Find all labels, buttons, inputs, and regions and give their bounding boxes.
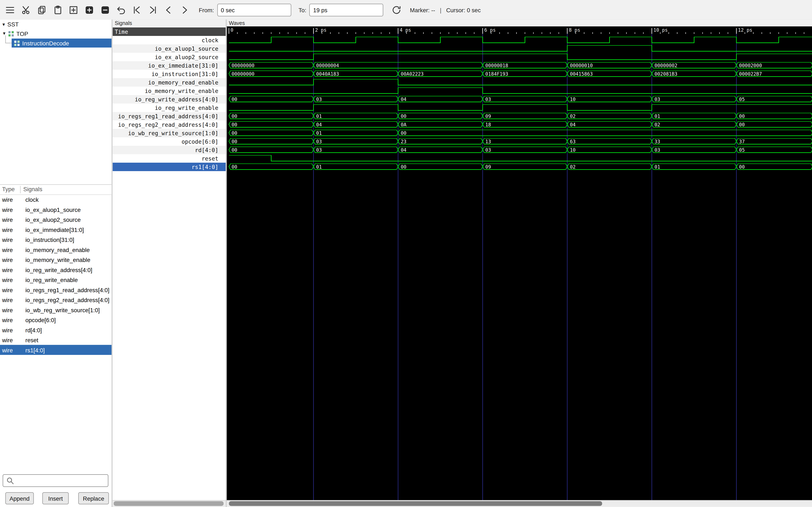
- signal-row[interactable]: rd[4:0]: [113, 146, 226, 154]
- svg-text:09: 09: [485, 113, 491, 119]
- table-row[interactable]: wireclock: [0, 194, 112, 205]
- table-row[interactable]: wireio_regs_reg2_read_address[4:0]: [0, 295, 112, 305]
- cursor-status: Cursor: 0 sec: [446, 7, 481, 13]
- svg-text:000022B7: 000022B7: [739, 71, 762, 77]
- signal-type: wire: [0, 246, 23, 252]
- signal-row[interactable]: io_ex_immediate[31:0]: [113, 61, 226, 70]
- menu-button[interactable]: [3, 3, 17, 17]
- table-row[interactable]: wireio_regs_reg1_read_address[4:0]: [0, 285, 112, 295]
- table-row[interactable]: wireio_ex_immediate[31:0]: [0, 225, 112, 235]
- svg-text:00002000: 00002000: [739, 63, 762, 68]
- replace-button[interactable]: Replace: [78, 492, 109, 504]
- wave-canvas[interactable]: 02 ps4 ps6 ps8 ps10 ps12 ps0000000000000…: [227, 26, 812, 501]
- signal-row[interactable]: io_ex_aluop2_source: [113, 53, 226, 61]
- from-input[interactable]: [217, 3, 291, 16]
- signal-row[interactable]: io_reg_write_enable: [113, 104, 226, 112]
- scrollbar-thumb[interactable]: [114, 501, 224, 506]
- tree-item-instructiondecode[interactable]: InstructionDecode: [12, 39, 112, 48]
- table-row[interactable]: wireopcode[6:0]: [0, 315, 112, 325]
- signal-row[interactable]: io_regs_reg2_read_address[4:0]: [113, 120, 226, 129]
- signal-name: clock: [23, 196, 39, 203]
- waves-hscrollbar[interactable]: [227, 500, 812, 507]
- signal-row[interactable]: io_instruction[31:0]: [113, 70, 226, 78]
- tree-item-top[interactable]: ▼ TOP: [2, 29, 112, 38]
- signal-type: wire: [0, 277, 23, 283]
- table-row[interactable]: wireio_ex_aluop1_source: [0, 205, 112, 215]
- table-row[interactable]: wireio_memory_read_enable: [0, 245, 112, 255]
- go-to-start-button[interactable]: [130, 3, 144, 17]
- table-row[interactable]: wireio_memory_write_enable: [0, 255, 112, 265]
- copy-icon: [37, 4, 47, 15]
- signal-search-input[interactable]: [14, 475, 108, 487]
- signal-name: io_regs_reg2_read_address[4:0]: [23, 297, 109, 303]
- table-row[interactable]: wirereset: [0, 335, 112, 345]
- append-button[interactable]: Append: [5, 492, 34, 504]
- go-to-end-button[interactable]: [146, 3, 160, 17]
- signal-name: io_ex_aluop2_source: [23, 216, 81, 223]
- signal-row[interactable]: io_memory_read_enable: [113, 78, 226, 87]
- svg-text:01: 01: [316, 113, 322, 119]
- signal-name-list: clockio_ex_aluop1_sourceio_ex_aluop2_sou…: [113, 36, 226, 171]
- signal-row[interactable]: io_reg_write_address[4:0]: [113, 95, 226, 104]
- signal-row[interactable]: io_ex_aluop1_source: [113, 44, 226, 53]
- table-row[interactable]: wireio_instruction[31:0]: [0, 234, 112, 245]
- svg-text:00: 00: [232, 97, 237, 102]
- svg-text:02: 02: [570, 113, 575, 119]
- table-row[interactable]: wireio_wb_reg_write_source[1:0]: [0, 305, 112, 315]
- step-left-button[interactable]: [162, 3, 175, 17]
- column-divider: [20, 186, 21, 193]
- from-label: From:: [199, 7, 214, 13]
- table-row[interactable]: wirers1[4:0]: [0, 345, 112, 355]
- signal-row[interactable]: clock: [113, 36, 226, 44]
- svg-text:2 ps: 2 ps: [315, 27, 326, 33]
- waves-panel: Waves 02 ps4 ps6 ps8 ps10 ps12 ps0000000…: [227, 20, 812, 507]
- scrollbar-thumb[interactable]: [229, 501, 602, 506]
- signal-row[interactable]: reset: [113, 154, 226, 163]
- table-row[interactable]: wireio_reg_write_enable: [0, 275, 112, 285]
- svg-text:01: 01: [316, 130, 322, 136]
- step-right-button[interactable]: [177, 3, 191, 17]
- signal-row[interactable]: rs1[4:0]: [113, 163, 226, 171]
- signals-hscrollbar[interactable]: [113, 500, 226, 507]
- sst-panel: ▼ SST ▼ TOP InstructionDecode Type Signa…: [0, 20, 113, 507]
- table-row[interactable]: wireio_ex_aluop2_source: [0, 214, 112, 225]
- to-input[interactable]: [310, 3, 384, 16]
- signal-type: wire: [0, 266, 23, 273]
- to-label: To:: [299, 7, 306, 13]
- signal-name: io_instruction[31:0]: [23, 236, 74, 243]
- column-header-type: Type: [2, 186, 15, 192]
- svg-text:04: 04: [401, 97, 406, 102]
- waves-panel-title: Waves: [229, 20, 245, 26]
- svg-text:03: 03: [485, 97, 491, 102]
- sst-panel-header[interactable]: ▼ SST: [2, 20, 19, 29]
- undo-button[interactable]: [114, 3, 128, 17]
- reload-button[interactable]: [390, 3, 404, 17]
- signal-row[interactable]: io_wb_reg_write_source[1:0]: [113, 129, 226, 137]
- signal-row[interactable]: opcode[6:0]: [113, 137, 226, 146]
- insert-button[interactable]: Insert: [42, 492, 69, 504]
- table-row[interactable]: wirerd[4:0]: [0, 325, 112, 335]
- zoom-out-button[interactable]: [98, 3, 112, 17]
- svg-text:09: 09: [485, 164, 491, 170]
- column-header-signals: Signals: [23, 186, 42, 192]
- svg-text:00: 00: [401, 130, 406, 136]
- go-to-end-icon: [148, 4, 158, 15]
- zoom-fit-button[interactable]: [67, 3, 80, 17]
- signal-name: opcode[6:0]: [23, 317, 56, 323]
- paste-button[interactable]: [51, 3, 64, 17]
- svg-text:00000004: 00000004: [316, 63, 339, 68]
- svg-text:01: 01: [316, 164, 322, 170]
- signal-type: wire: [0, 286, 23, 293]
- table-row[interactable]: wireio_reg_write_address[4:0]: [0, 265, 112, 275]
- svg-text:03: 03: [316, 147, 322, 153]
- cut-button[interactable]: [19, 3, 33, 17]
- status-text: Marker: -- | Cursor: 0 sec: [410, 7, 481, 13]
- copy-button[interactable]: [35, 3, 49, 17]
- signal-row[interactable]: io_memory_write_enable: [113, 87, 226, 95]
- signals-panel: Signals Time clockio_ex_aluop1_sourceio_…: [113, 20, 226, 507]
- zoom-in-button[interactable]: [83, 3, 96, 17]
- svg-text:0A: 0A: [401, 122, 407, 127]
- svg-text:04: 04: [570, 122, 575, 127]
- signal-row[interactable]: io_regs_reg1_read_address[4:0]: [113, 112, 226, 120]
- svg-text:0184F193: 0184F193: [485, 71, 508, 77]
